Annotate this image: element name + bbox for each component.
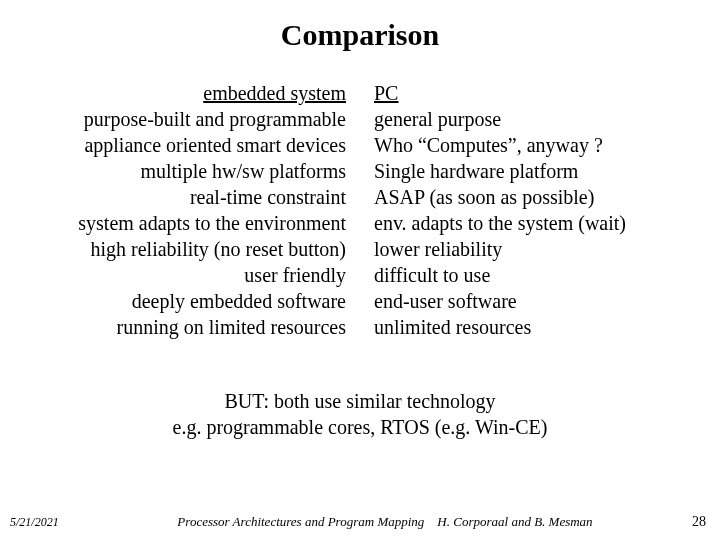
pc-item: Single hardware platform (374, 158, 700, 184)
footer-line: BUT: both use similar technology (0, 388, 720, 414)
footer-note: BUT: both use similar technology e.g. pr… (0, 388, 720, 440)
embedded-item: appliance oriented smart devices (20, 132, 346, 158)
pc-item: unlimited resources (374, 314, 700, 340)
footer-authors: H. Corporaal and B. Mesman (437, 514, 592, 529)
pc-item: lower reliability (374, 236, 700, 262)
pc-heading: PC (374, 80, 700, 106)
slide-footer: 5/21/2021 Processor Architectures and Pr… (0, 514, 720, 530)
embedded-item: user friendly (20, 262, 346, 288)
embedded-item: real-time constraint (20, 184, 346, 210)
pc-item: difficult to use (374, 262, 700, 288)
pc-item: ASAP (as soon as possible) (374, 184, 700, 210)
footer-line: e.g. programmable cores, RTOS (e.g. Win-… (0, 414, 720, 440)
footer-center: Processor Architectures and Program Mapp… (90, 514, 680, 530)
embedded-heading: embedded system (20, 80, 346, 106)
pc-column: PC general purpose Who “Computes”, anywa… (360, 80, 700, 340)
comparison-columns: embedded system purpose-built and progra… (0, 80, 720, 340)
embedded-item: multiple hw/sw platforms (20, 158, 346, 184)
embedded-item: purpose-built and programmable (20, 106, 346, 132)
slide: Comparison embedded system purpose-built… (0, 0, 720, 540)
footer-page: 28 (680, 514, 720, 530)
embedded-item: system adapts to the environment (20, 210, 346, 236)
slide-title: Comparison (0, 18, 720, 52)
embedded-column: embedded system purpose-built and progra… (20, 80, 360, 340)
footer-date: 5/21/2021 (0, 515, 90, 530)
pc-item: end-user software (374, 288, 700, 314)
pc-item: Who “Computes”, anyway ? (374, 132, 700, 158)
embedded-item: running on limited resources (20, 314, 346, 340)
embedded-item: high reliability (no reset button) (20, 236, 346, 262)
embedded-item: deeply embedded software (20, 288, 346, 314)
pc-item: general purpose (374, 106, 700, 132)
pc-item: env. adapts to the system (wait) (374, 210, 700, 236)
footer-course: Processor Architectures and Program Mapp… (177, 514, 424, 529)
